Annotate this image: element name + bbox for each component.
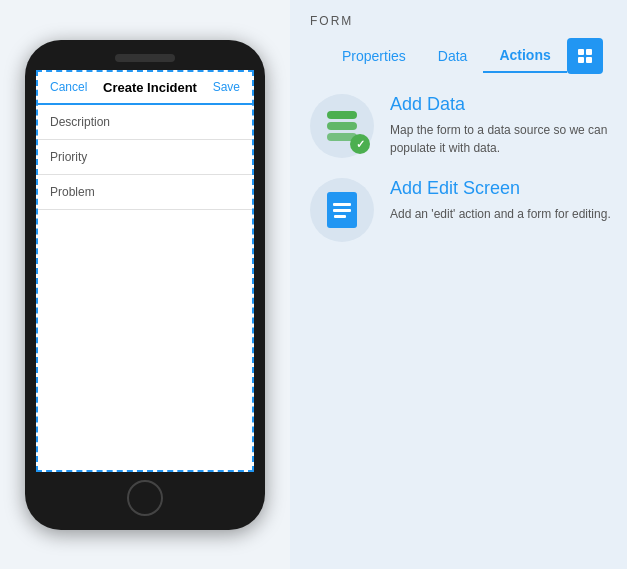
priority-field[interactable]: Priority	[38, 140, 252, 175]
phone-speaker	[115, 54, 175, 62]
add-edit-screen-text: Add Edit Screen Add an 'edit' action and…	[390, 178, 611, 223]
problem-field[interactable]: Problem	[38, 175, 252, 210]
content-area: ✓ Add Data Map the form to a data source…	[290, 74, 627, 262]
svg-rect-2	[578, 57, 584, 63]
right-panel: FORM Properties Data Actions	[290, 0, 627, 569]
add-data-description: Map the form to a data source so we can …	[390, 121, 619, 157]
tab-actions[interactable]: Actions	[483, 39, 566, 73]
edit-line-3	[334, 215, 346, 218]
add-data-text: Add Data Map the form to a data source s…	[390, 94, 619, 157]
edit-screen-icon	[327, 192, 357, 228]
add-data-card: ✓ Add Data Map the form to a data source…	[310, 94, 619, 158]
screen-header: Cancel Create Incident Save	[38, 72, 252, 105]
phone-home-button	[127, 480, 163, 516]
tab-properties[interactable]: Properties	[326, 40, 422, 72]
db-disk-2	[327, 122, 357, 130]
phone-mockup-panel: Cancel Create Incident Save Description …	[0, 0, 290, 569]
screen-title: Create Incident	[103, 80, 197, 95]
edit-line-1	[333, 203, 351, 206]
add-edit-icon-circle	[310, 178, 374, 242]
add-data-title[interactable]: Add Data	[390, 94, 619, 115]
phone-device: Cancel Create Incident Save Description …	[25, 40, 265, 530]
svg-rect-0	[578, 49, 584, 55]
right-header: FORM Properties Data Actions	[290, 0, 627, 74]
tab-data[interactable]: Data	[422, 40, 484, 72]
save-button[interactable]: Save	[213, 80, 240, 94]
svg-rect-1	[586, 49, 592, 55]
phone-screen: Cancel Create Incident Save Description …	[36, 70, 254, 472]
add-data-icon-circle: ✓	[310, 94, 374, 158]
svg-rect-3	[586, 57, 592, 63]
add-edit-screen-title[interactable]: Add Edit Screen	[390, 178, 611, 199]
tabs-row: Properties Data Actions	[310, 38, 619, 74]
cancel-button[interactable]: Cancel	[50, 80, 87, 94]
add-edit-screen-description: Add an 'edit' action and a form for edit…	[390, 205, 611, 223]
form-label: FORM	[310, 14, 619, 28]
db-disk-1	[327, 111, 357, 119]
edit-line-2	[333, 209, 351, 212]
check-badge-icon: ✓	[350, 134, 370, 154]
layout-icon	[576, 47, 594, 65]
description-field[interactable]: Description	[38, 105, 252, 140]
tab-icon-button[interactable]	[567, 38, 603, 74]
add-edit-screen-card: Add Edit Screen Add an 'edit' action and…	[310, 178, 619, 242]
